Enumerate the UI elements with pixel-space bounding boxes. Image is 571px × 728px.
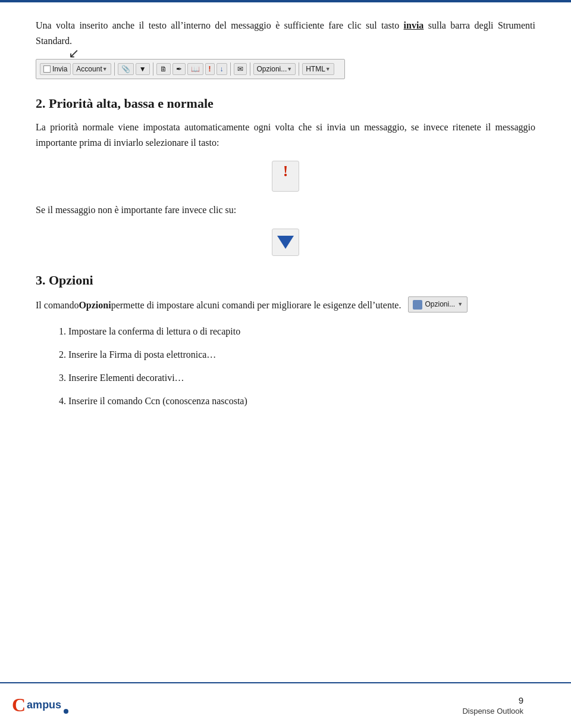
footer: C ampus 9 Dispense Outlook — [0, 694, 535, 716]
list-item-4: Inserire il comando Ccn (conoscenza nasc… — [68, 393, 535, 410]
intro-paragraph: Una volta inserito anche il testo all’in… — [36, 18, 535, 48]
toolbar-icon-btn7[interactable]: ↓ — [217, 63, 227, 75]
section3-paragraph: Il comando Opzioni permette di impostare… — [36, 296, 535, 313]
toolbar-opzioni-btn[interactable]: Opzioni... ▼ — [253, 63, 296, 75]
section2-paragraph1: La priorità normale viene impostata auto… — [36, 120, 535, 150]
copy-icon: 🗎 — [160, 65, 167, 73]
opzioni-dropdown-arrow: ▼ — [287, 66, 292, 72]
list-item-2: Inserire la Firma di posta elettronica… — [68, 346, 535, 364]
toolbar-sep2 — [153, 63, 153, 76]
opzioni-small-icon — [413, 300, 422, 310]
high-priority-icon-container: ! — [36, 161, 535, 192]
exclamation-icon: ! — [209, 65, 211, 73]
toolbar-opzioni-label: Opzioni... — [257, 65, 287, 73]
opzioni-bold: Opzioni — [79, 298, 111, 313]
section2-p1-text: La priorità normale viene impostata auto… — [36, 122, 535, 148]
section2-heading-text: 2. Priorità alta, bassa e normale — [36, 96, 214, 111]
list-item-4-text: Inserire il comando Ccn (conoscenza nasc… — [68, 396, 247, 406]
arrow-indicator: ↙ — [68, 46, 79, 61]
list-item-3: Inserire Elementi decorativi… — [68, 370, 535, 387]
footer-right: 9 Dispense Outlook — [462, 695, 523, 715]
page-number: 9 — [519, 695, 523, 705]
attach-icon: 📎 — [121, 65, 130, 73]
invia-checkbox-icon — [43, 65, 51, 73]
dispense-label: Dispense Outlook — [462, 707, 523, 715]
opzioni-btn-label: Opzioni... — [425, 299, 455, 310]
top-rule — [0, 0, 571, 2]
toolbar-invia-label: Invia — [52, 65, 67, 73]
section3-heading: 3. Opzioni — [36, 273, 535, 288]
toolbar-icon-btn2[interactable]: ▼ — [136, 63, 150, 75]
exclamation-mark: ! — [283, 164, 288, 179]
low-priority-icon-container — [36, 229, 535, 256]
section2-p2-text: Se il messaggio non è importante fare in… — [36, 205, 236, 215]
down-priority-icon: ↓ — [220, 65, 224, 73]
list-item-1: Impostare la conferma di lettura o di re… — [68, 323, 535, 340]
list-item-1-text: Impostare la conferma di lettura o di re… — [68, 326, 240, 336]
toolbar-icon-btn1[interactable]: 📎 — [118, 63, 134, 75]
toolbar-sep1 — [114, 63, 115, 76]
toolbar-account-btn[interactable]: Account ▼ — [73, 63, 111, 75]
account-dropdown-arrow: ▼ — [102, 66, 108, 72]
section2-paragraph2: Se il messaggio non è importante fare in… — [36, 202, 535, 218]
footer-logo: C ampus — [12, 694, 68, 716]
toolbar-image: Invia Account ▼ 📎 ▼ 🗎 ✒ 📖 — [36, 59, 345, 79]
toolbar-container: ↙ Invia Account ▼ 📎 ▼ 🗎 — [36, 59, 535, 79]
down-arrow-blue — [277, 236, 294, 249]
section3-heading-text: 3. Opzioni — [36, 273, 93, 288]
toolbar-sep4 — [250, 63, 250, 76]
toolbar-icon-btn6[interactable]: ! — [205, 63, 215, 75]
intro-text1: Una volta inserito anche il testo all’in… — [36, 20, 404, 30]
toolbar-sep5 — [299, 63, 299, 76]
toolbar-html-btn[interactable]: HTML ▼ — [302, 63, 334, 75]
low-priority-icon — [272, 229, 299, 256]
html-dropdown-arrow: ▼ — [325, 66, 331, 72]
logo-dot — [64, 709, 68, 714]
book-icon: 📖 — [191, 65, 200, 73]
list-item-2-text: Inserire la Firma di posta elettronica… — [68, 349, 216, 360]
opzioni-img-dropdown-arrow: ▼ — [457, 300, 463, 308]
opzioni-button-image[interactable]: Opzioni... ▼ — [408, 296, 468, 313]
invia-bold: invia — [404, 20, 424, 30]
section2-heading: 2. Priorità alta, bassa e normale — [36, 96, 535, 111]
toolbar-html-label: HTML — [306, 65, 325, 73]
signature-icon: ✒ — [176, 65, 182, 73]
logo-c: C — [12, 694, 26, 716]
options-list: Impostare la conferma di lettura o di re… — [68, 323, 535, 410]
toolbar-invia-btn[interactable]: Invia — [40, 63, 71, 75]
dropdown-arrow-icon: ▼ — [139, 65, 146, 73]
toolbar-account-label: Account — [76, 65, 102, 73]
toolbar-icon-btn8[interactable]: ✉ — [234, 63, 247, 75]
toolbar-icon-btn5[interactable]: 📖 — [187, 63, 203, 75]
toolbar-icon-btn3[interactable]: 🗎 — [156, 63, 171, 75]
section3-text2: permette di impostare alcuni comandi per… — [111, 298, 401, 313]
bottom-rule — [0, 682, 571, 683]
toolbar-sep3 — [230, 63, 231, 76]
section3-text1: Il comando — [36, 298, 79, 313]
high-priority-icon: ! — [272, 161, 299, 192]
logo-ampus: ampus — [27, 699, 61, 711]
email-icon: ✉ — [237, 65, 243, 73]
list-item-3-text: Inserire Elementi decorativi… — [68, 373, 184, 383]
toolbar-icon-btn4[interactable]: ✒ — [172, 63, 186, 75]
